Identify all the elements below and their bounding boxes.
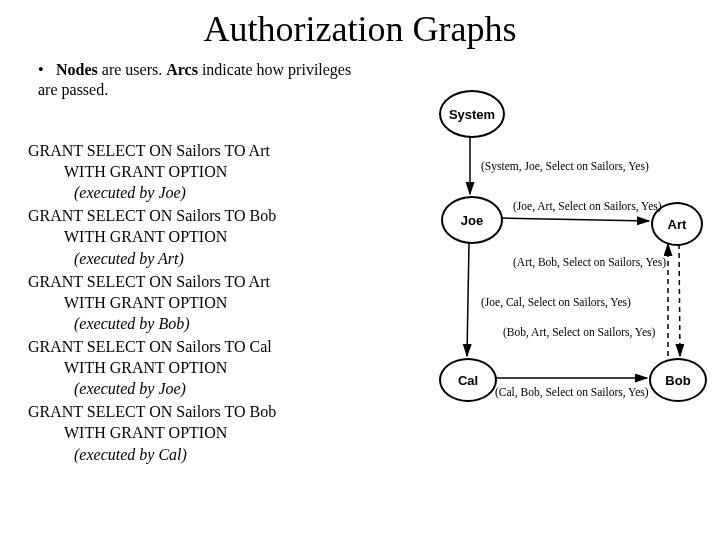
grant-line: GRANT SELECT ON Sailors TO Art xyxy=(28,271,388,292)
node-system: System xyxy=(439,90,505,138)
node-cal: Cal xyxy=(439,358,497,402)
text-nodes-desc: are users. xyxy=(98,61,166,78)
grant-line: GRANT SELECT ON Sailors TO Cal xyxy=(28,336,388,357)
term-nodes: Nodes xyxy=(56,61,98,78)
grant-line: GRANT SELECT ON Sailors TO Art xyxy=(28,140,388,161)
executed-by: (executed by Cal) xyxy=(28,444,388,465)
grant-stmt: GRANT SELECT ON Sailors TO Art WITH GRAN… xyxy=(28,140,388,203)
slide-title: Authorization Graphs xyxy=(0,8,720,50)
graph-edges xyxy=(395,90,715,460)
edge-label-sys-joe: (System, Joe, Select on Sailors, Yes) xyxy=(481,160,649,172)
edge-label-art-bob: (Art, Bob, Select on Sailors, Yes) xyxy=(513,256,666,268)
edge-label-joe-cal: (Joe, Cal, Select on Sailors, Yes) xyxy=(481,296,631,308)
svg-line-4 xyxy=(467,242,469,356)
option-line: WITH GRANT OPTION xyxy=(28,422,388,443)
definition-bullet: • Nodes are users. Arcs indicate how pri… xyxy=(38,60,368,100)
grant-stmt: GRANT SELECT ON Sailors TO Bob WITH GRAN… xyxy=(28,401,388,464)
svg-line-1 xyxy=(501,218,649,221)
option-line: WITH GRANT OPTION xyxy=(28,161,388,182)
grant-stmt: GRANT SELECT ON Sailors TO Art WITH GRAN… xyxy=(28,271,388,334)
executed-by: (executed by Art) xyxy=(28,248,388,269)
svg-line-2 xyxy=(679,244,680,356)
grant-line: GRANT SELECT ON Sailors TO Bob xyxy=(28,401,388,422)
option-line: WITH GRANT OPTION xyxy=(28,226,388,247)
executed-by: (executed by Joe) xyxy=(28,378,388,399)
bullet-dot: • xyxy=(38,60,52,80)
authorization-graph: System Joe Art Cal Bob (System, Joe, Sel… xyxy=(395,90,715,460)
grant-stmt: GRANT SELECT ON Sailors TO Cal WITH GRAN… xyxy=(28,336,388,399)
executed-by: (executed by Bob) xyxy=(28,313,388,334)
option-line: WITH GRANT OPTION xyxy=(28,292,388,313)
node-bob: Bob xyxy=(649,358,707,402)
node-joe: Joe xyxy=(441,196,503,244)
edge-label-bob-art: (Bob, Art, Select on Sailors, Yes) xyxy=(503,326,655,338)
grant-line: GRANT SELECT ON Sailors TO Bob xyxy=(28,205,388,226)
edge-label-cal-bob: (Cal, Bob, Select on Sailors, Yes) xyxy=(495,386,649,398)
slide: Authorization Graphs • Nodes are users. … xyxy=(0,0,720,540)
term-arcs: Arcs xyxy=(166,61,198,78)
option-line: WITH GRANT OPTION xyxy=(28,357,388,378)
edge-label-joe-art: (Joe, Art, Select on Sailors, Yes) xyxy=(513,200,662,212)
grant-stmt: GRANT SELECT ON Sailors TO Bob WITH GRAN… xyxy=(28,205,388,268)
executed-by: (executed by Joe) xyxy=(28,182,388,203)
grant-statements: GRANT SELECT ON Sailors TO Art WITH GRAN… xyxy=(28,140,388,467)
